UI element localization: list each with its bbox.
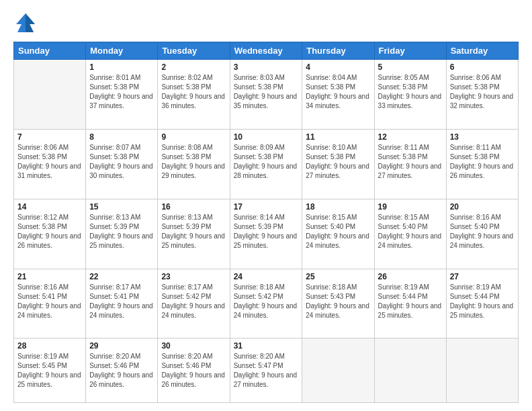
calendar-cell: 22Sunrise: 8:17 AMSunset: 5:41 PMDayligh…: [86, 269, 158, 338]
day-info: Sunrise: 8:06 AMSunset: 5:38 PMDaylight:…: [17, 143, 82, 181]
calendar-cell: 25Sunrise: 8:18 AMSunset: 5:43 PMDayligh…: [302, 269, 374, 338]
day-number: 23: [161, 272, 226, 281]
day-info: Sunrise: 8:03 AMSunset: 5:38 PMDaylight:…: [234, 73, 299, 111]
day-number: 9: [161, 132, 226, 142]
day-info: Sunrise: 8:17 AMSunset: 5:42 PMDaylight:…: [161, 283, 226, 320]
calendar-cell: 24Sunrise: 8:18 AMSunset: 5:42 PMDayligh…: [230, 269, 302, 338]
day-number: 4: [306, 62, 370, 72]
day-number: 10: [234, 132, 299, 142]
calendar-cell: 17Sunrise: 8:14 AMSunset: 5:39 PMDayligh…: [230, 199, 302, 269]
calendar-cell: 1Sunrise: 8:01 AMSunset: 5:38 PMDaylight…: [86, 60, 158, 130]
day-info: Sunrise: 8:20 AMSunset: 5:46 PMDaylight:…: [89, 352, 154, 390]
calendar-cell: 14Sunrise: 8:12 AMSunset: 5:38 PMDayligh…: [14, 199, 86, 269]
day-number: 11: [306, 132, 370, 142]
weekday-header: Wednesday: [230, 42, 302, 60]
day-info: Sunrise: 8:16 AMSunset: 5:41 PMDaylight:…: [17, 283, 82, 320]
day-number: 26: [378, 272, 443, 281]
logo: [13, 11, 40, 35]
weekday-header: Saturday: [446, 42, 518, 60]
day-number: 14: [17, 202, 82, 212]
calendar-cell: 4Sunrise: 8:04 AMSunset: 5:38 PMDaylight…: [302, 60, 374, 130]
day-number: 12: [378, 132, 443, 142]
calendar-cell: [302, 338, 374, 403]
calendar-cell: 11Sunrise: 8:10 AMSunset: 5:38 PMDayligh…: [302, 129, 374, 199]
calendar-cell: 9Sunrise: 8:08 AMSunset: 5:38 PMDaylight…: [158, 129, 230, 199]
calendar-cell: 5Sunrise: 8:05 AMSunset: 5:38 PMDaylight…: [374, 60, 446, 130]
day-number: 8: [89, 132, 154, 142]
calendar-cell: 6Sunrise: 8:06 AMSunset: 5:38 PMDaylight…: [446, 60, 518, 130]
day-number: 21: [17, 272, 82, 281]
day-info: Sunrise: 8:15 AMSunset: 5:40 PMDaylight:…: [306, 213, 370, 250]
logo-icon: [13, 11, 38, 35]
day-number: 22: [89, 272, 154, 281]
calendar-table: SundayMondayTuesdayWednesdayThursdayFrid…: [13, 42, 519, 403]
day-number: 17: [234, 202, 299, 212]
calendar-cell: 3Sunrise: 8:03 AMSunset: 5:38 PMDaylight…: [230, 60, 302, 130]
weekday-header: Friday: [374, 42, 446, 60]
calendar-cell: 28Sunrise: 8:19 AMSunset: 5:45 PMDayligh…: [14, 338, 86, 403]
day-info: Sunrise: 8:17 AMSunset: 5:41 PMDaylight:…: [89, 283, 154, 320]
calendar-cell: 20Sunrise: 8:16 AMSunset: 5:40 PMDayligh…: [446, 199, 518, 269]
day-number: 27: [450, 272, 515, 281]
day-info: Sunrise: 8:13 AMSunset: 5:39 PMDaylight:…: [89, 213, 154, 250]
day-info: Sunrise: 8:09 AMSunset: 5:38 PMDaylight:…: [234, 143, 299, 181]
day-number: 13: [450, 132, 515, 142]
weekday-header-row: SundayMondayTuesdayWednesdayThursdayFrid…: [14, 42, 519, 60]
day-info: Sunrise: 8:19 AMSunset: 5:45 PMDaylight:…: [17, 352, 82, 390]
day-number: 19: [378, 202, 443, 212]
day-info: Sunrise: 8:10 AMSunset: 5:38 PMDaylight:…: [306, 143, 370, 181]
calendar-cell: 15Sunrise: 8:13 AMSunset: 5:39 PMDayligh…: [86, 199, 158, 269]
calendar-cell: 27Sunrise: 8:19 AMSunset: 5:44 PMDayligh…: [446, 269, 518, 338]
day-info: Sunrise: 8:18 AMSunset: 5:43 PMDaylight:…: [306, 283, 370, 320]
day-info: Sunrise: 8:15 AMSunset: 5:40 PMDaylight:…: [378, 213, 443, 250]
calendar-cell: 10Sunrise: 8:09 AMSunset: 5:38 PMDayligh…: [230, 129, 302, 199]
calendar-cell: 19Sunrise: 8:15 AMSunset: 5:40 PMDayligh…: [374, 199, 446, 269]
page-container: SundayMondayTuesdayWednesdayThursdayFrid…: [0, 0, 532, 411]
calendar-cell: [446, 338, 518, 403]
weekday-header: Tuesday: [158, 42, 230, 60]
calendar-cell: 26Sunrise: 8:19 AMSunset: 5:44 PMDayligh…: [374, 269, 446, 338]
week-row: 7Sunrise: 8:06 AMSunset: 5:38 PMDaylight…: [14, 129, 519, 199]
day-info: Sunrise: 8:11 AMSunset: 5:38 PMDaylight:…: [378, 143, 443, 181]
week-row: 28Sunrise: 8:19 AMSunset: 5:45 PMDayligh…: [14, 338, 519, 403]
day-info: Sunrise: 8:06 AMSunset: 5:38 PMDaylight:…: [450, 73, 515, 111]
day-number: 31: [234, 341, 299, 351]
week-row: 21Sunrise: 8:16 AMSunset: 5:41 PMDayligh…: [14, 269, 519, 338]
weekday-header: Monday: [86, 42, 158, 60]
calendar-cell: 21Sunrise: 8:16 AMSunset: 5:41 PMDayligh…: [14, 269, 86, 338]
day-number: 29: [89, 341, 154, 351]
day-number: 5: [378, 62, 443, 72]
calendar-cell: 13Sunrise: 8:11 AMSunset: 5:38 PMDayligh…: [446, 129, 518, 199]
day-number: 18: [306, 202, 370, 212]
day-info: Sunrise: 8:07 AMSunset: 5:38 PMDaylight:…: [89, 143, 154, 181]
day-info: Sunrise: 8:14 AMSunset: 5:39 PMDaylight:…: [234, 213, 299, 250]
calendar-cell: 29Sunrise: 8:20 AMSunset: 5:46 PMDayligh…: [86, 338, 158, 403]
day-number: 15: [89, 202, 154, 212]
week-row: 1Sunrise: 8:01 AMSunset: 5:38 PMDaylight…: [14, 60, 519, 130]
day-info: Sunrise: 8:18 AMSunset: 5:42 PMDaylight:…: [234, 283, 299, 320]
calendar-cell: 16Sunrise: 8:13 AMSunset: 5:39 PMDayligh…: [158, 199, 230, 269]
weekday-header: Sunday: [14, 42, 86, 60]
day-info: Sunrise: 8:13 AMSunset: 5:39 PMDaylight:…: [161, 213, 226, 250]
calendar-cell: 12Sunrise: 8:11 AMSunset: 5:38 PMDayligh…: [374, 129, 446, 199]
day-number: 7: [17, 132, 82, 142]
calendar-cell: 2Sunrise: 8:02 AMSunset: 5:38 PMDaylight…: [158, 60, 230, 130]
day-info: Sunrise: 8:08 AMSunset: 5:38 PMDaylight:…: [161, 143, 226, 181]
day-info: Sunrise: 8:20 AMSunset: 5:47 PMDaylight:…: [234, 352, 299, 390]
day-info: Sunrise: 8:11 AMSunset: 5:38 PMDaylight:…: [450, 143, 515, 181]
calendar-cell: 31Sunrise: 8:20 AMSunset: 5:47 PMDayligh…: [230, 338, 302, 403]
weekday-header: Thursday: [302, 42, 374, 60]
day-info: Sunrise: 8:05 AMSunset: 5:38 PMDaylight:…: [378, 73, 443, 111]
calendar-cell: 30Sunrise: 8:20 AMSunset: 5:46 PMDayligh…: [158, 338, 230, 403]
calendar-cell: [374, 338, 446, 403]
day-number: 1: [89, 62, 154, 72]
day-number: 3: [234, 62, 299, 72]
calendar-cell: 7Sunrise: 8:06 AMSunset: 5:38 PMDaylight…: [14, 129, 86, 199]
day-info: Sunrise: 8:04 AMSunset: 5:38 PMDaylight:…: [306, 73, 370, 111]
day-number: 2: [161, 62, 226, 72]
day-info: Sunrise: 8:19 AMSunset: 5:44 PMDaylight:…: [378, 283, 443, 320]
day-info: Sunrise: 8:02 AMSunset: 5:38 PMDaylight:…: [161, 73, 226, 111]
day-info: Sunrise: 8:16 AMSunset: 5:40 PMDaylight:…: [450, 213, 515, 250]
calendar-cell: 8Sunrise: 8:07 AMSunset: 5:38 PMDaylight…: [86, 129, 158, 199]
day-number: 6: [450, 62, 515, 72]
